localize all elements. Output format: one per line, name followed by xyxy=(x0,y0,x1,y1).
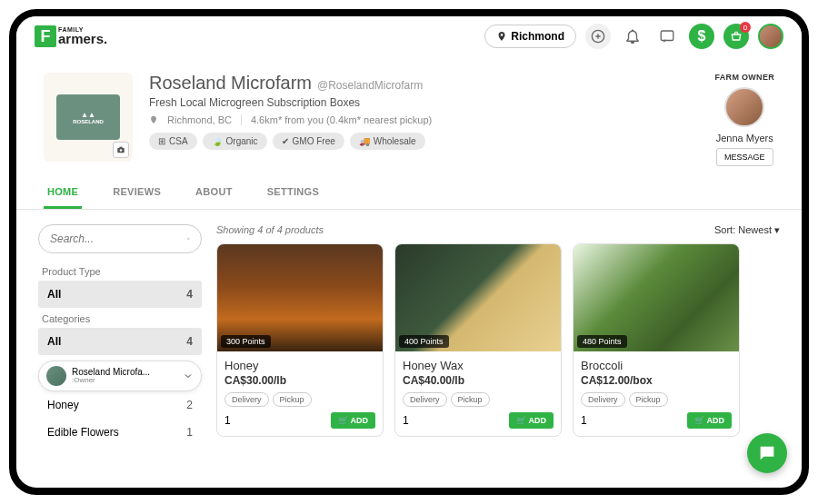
svg-rect-4 xyxy=(119,147,122,149)
logo-mark: F xyxy=(35,25,56,47)
product-card[interactable]: 300 Points Honey CA$30.00/lb Delivery Pi… xyxy=(216,243,384,437)
quantity[interactable]: 1 xyxy=(581,414,587,427)
filter-cat-all[interactable]: All 4 xyxy=(38,328,202,355)
owner-avatar[interactable] xyxy=(724,87,764,127)
chevron-down-icon xyxy=(183,371,194,381)
add-button[interactable]: 🛒 ADD xyxy=(509,412,554,429)
pickup-pill: Pickup xyxy=(273,392,312,407)
product-price: CA$12.00/box xyxy=(581,374,732,387)
svg-point-5 xyxy=(187,238,189,240)
product-image: 300 Points xyxy=(217,244,383,351)
add-button[interactable]: 🛒 ADD xyxy=(331,412,376,429)
pin-icon xyxy=(149,115,158,124)
pickup-pill: Pickup xyxy=(629,392,668,407)
points-badge: 400 Points xyxy=(399,335,449,348)
svg-point-3 xyxy=(120,149,123,152)
tag-gmo-free[interactable]: ✔GMO Free xyxy=(273,133,344,150)
filter-cat-flowers[interactable]: Edible Flowers 1 xyxy=(38,419,202,446)
product-name: Honey xyxy=(224,359,375,372)
product-card[interactable]: 480 Points Broccoli CA$12.00/box Deliver… xyxy=(573,243,740,437)
message-button[interactable]: MESSAGE xyxy=(716,148,773,166)
filter-cat-label: Categories xyxy=(42,313,198,324)
farm-distance: 4.6km* from you (0.4km* nearest pickup) xyxy=(251,114,432,125)
farm-handle: @RoselandMicrofarm xyxy=(317,79,423,92)
tab-reviews[interactable]: REVIEWS xyxy=(109,177,165,209)
filter-type-label: Product Type xyxy=(42,266,198,277)
svg-rect-1 xyxy=(661,31,673,41)
messages-button[interactable] xyxy=(654,24,680,49)
search-box[interactable] xyxy=(38,224,202,253)
product-image: 480 Points xyxy=(574,244,739,351)
location-text: Richmond xyxy=(511,30,564,43)
farm-logo: ▲▲ ROSELAND xyxy=(44,73,133,162)
sort-button[interactable]: Sort: Newest ▾ xyxy=(714,224,780,236)
camera-badge[interactable] xyxy=(113,142,129,158)
divider xyxy=(241,114,242,125)
product-price: CA$30.00/lb xyxy=(224,374,375,387)
user-avatar[interactable] xyxy=(758,24,783,49)
location-button[interactable]: Richmond xyxy=(484,25,576,48)
pin-icon xyxy=(496,31,507,42)
tag-organic[interactable]: 🍃Organic xyxy=(203,133,267,150)
search-icon xyxy=(187,232,190,245)
tab-home[interactable]: HOME xyxy=(44,177,82,209)
logo-bottomtext: armers. xyxy=(58,33,107,45)
search-input[interactable] xyxy=(50,232,187,245)
owner-name: Jenna Myers xyxy=(715,133,775,143)
delivery-pill: Delivery xyxy=(581,392,625,407)
product-name: Broccoli xyxy=(581,359,732,372)
speech-icon xyxy=(757,443,777,463)
brand-logo[interactable]: F FAMILY armers. xyxy=(35,25,107,47)
farm-emblem: ▲▲ ROSELAND xyxy=(56,94,120,140)
farm-location: Richmond, BC xyxy=(167,114,232,125)
add-button[interactable]: 🛒 ADD xyxy=(687,412,733,429)
chat-icon xyxy=(659,28,675,44)
chat-fab[interactable] xyxy=(747,433,787,473)
product-name: Honey Wax xyxy=(403,359,554,372)
filter-type-all[interactable]: All 4 xyxy=(38,281,202,308)
tab-about[interactable]: ABOUT xyxy=(192,177,236,209)
points-badge: 480 Points xyxy=(577,335,627,348)
product-image: 400 Points xyxy=(395,244,561,351)
delivery-pill: Delivery xyxy=(403,392,447,407)
switcher-role: :Owner xyxy=(72,377,177,385)
bell-icon xyxy=(624,28,641,44)
switcher-avatar xyxy=(46,366,66,386)
quantity[interactable]: 1 xyxy=(224,414,231,427)
filter-cat-honey[interactable]: Honey 2 xyxy=(38,391,202,419)
points-badge: 300 Points xyxy=(221,335,271,348)
owner-label: FARM OWNER xyxy=(715,73,775,82)
wallet-button[interactable]: $ xyxy=(689,24,714,49)
cart-button[interactable]: 0 xyxy=(723,24,749,49)
pickup-pill: Pickup xyxy=(451,392,490,407)
dollar-icon: $ xyxy=(698,28,706,44)
delivery-pill: Delivery xyxy=(224,392,269,407)
farm-name: Roseland Microfarm xyxy=(149,73,312,94)
plus-circle-icon xyxy=(591,29,605,44)
farm-tagline: Fresh Local Microgreen Subscription Boxe… xyxy=(149,96,699,109)
product-card[interactable]: 400 Points Honey Wax CA$40.00/lb Deliver… xyxy=(394,243,562,437)
tag-wholesale[interactable]: 🚚Wholesale xyxy=(350,133,425,150)
cart-badge: 0 xyxy=(740,22,751,33)
tag-csa[interactable]: ⊞CSA xyxy=(149,133,197,150)
product-price: CA$40.00/lb xyxy=(403,374,554,387)
results-count: Showing 4 of 4 products xyxy=(216,224,324,236)
account-switcher[interactable]: Roseland Microfa... :Owner xyxy=(38,361,202,391)
camera-icon xyxy=(116,145,125,154)
quantity[interactable]: 1 xyxy=(403,414,409,427)
tab-settings[interactable]: SETTINGS xyxy=(264,177,323,209)
notifications-button[interactable] xyxy=(620,24,645,49)
add-circle-button[interactable] xyxy=(585,24,611,49)
